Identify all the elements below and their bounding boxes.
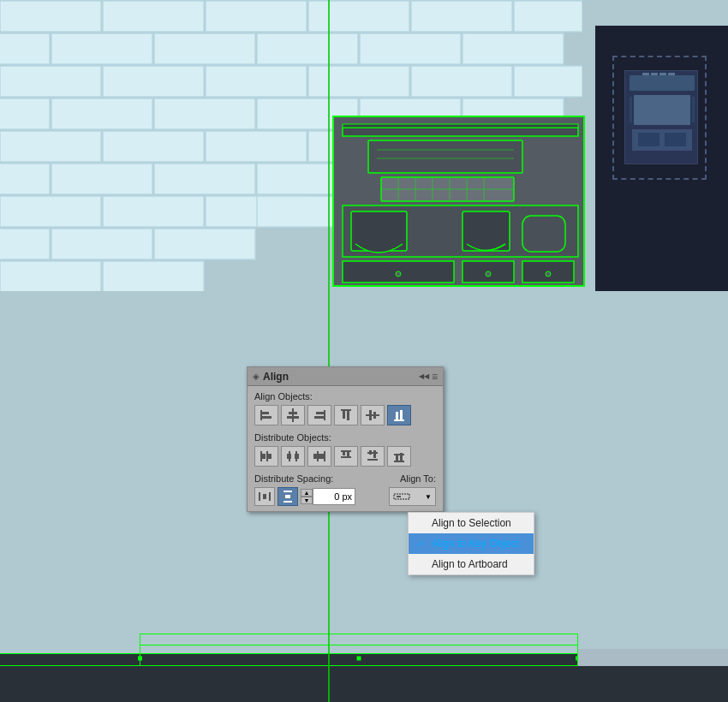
svg-rect-121	[283, 491, 292, 492]
svg-rect-7	[0, 33, 50, 64]
dist-bottom-button[interactable]	[387, 446, 411, 467]
align-objects-row	[254, 405, 436, 425]
svg-rect-41	[103, 261, 204, 291]
svg-rect-15	[206, 66, 307, 97]
align-key-object-label: Align to Key Object	[432, 538, 519, 550]
align-to-dropdown-trigger[interactable]: ▼	[389, 487, 436, 506]
svg-rect-43	[634, 95, 690, 125]
svg-rect-54	[343, 124, 578, 128]
panel-collapse-btn[interactable]: ◀◀	[419, 372, 429, 380]
dist-spacing-v-button[interactable]	[277, 487, 298, 506]
align-to-label: Align To:	[389, 473, 436, 484]
svg-rect-78	[262, 416, 272, 419]
dist-left-button[interactable]	[254, 446, 278, 467]
svg-rect-76	[260, 410, 262, 420]
svg-rect-49	[642, 73, 649, 75]
svg-rect-113	[373, 450, 376, 458]
svg-rect-108	[343, 452, 345, 455]
svg-rect-53	[343, 128, 578, 136]
align-top-button[interactable]	[334, 405, 358, 425]
align-to-group: Align To: ▼	[389, 473, 436, 506]
spacing-value-input[interactable]: 0 px	[313, 488, 355, 505]
dist-right-button[interactable]	[307, 446, 331, 467]
svg-rect-55	[368, 140, 522, 173]
svg-rect-47	[638, 133, 659, 146]
align-key-object-check: ✓	[417, 538, 427, 550]
panel-title-group: ◈ Align	[253, 371, 289, 383]
dist-spacing-h-button[interactable]	[254, 487, 275, 506]
svg-rect-77	[262, 412, 269, 414]
svg-rect-69	[522, 216, 565, 252]
align-right-button[interactable]	[307, 405, 331, 425]
svg-rect-103	[324, 451, 325, 461]
align-left-button[interactable]	[254, 405, 278, 425]
dropdown-arrow: ▼	[425, 493, 432, 501]
panel-menu-btn[interactable]: ≡	[432, 371, 438, 383]
svg-rect-33	[0, 196, 101, 227]
align-artboard-item[interactable]: Align to Artboard	[409, 554, 534, 574]
svg-rect-111	[367, 459, 378, 461]
dist-center-h-button[interactable]	[281, 446, 305, 467]
svg-rect-40	[0, 261, 101, 291]
dist-center-v-button[interactable]	[361, 446, 385, 467]
svg-rect-27	[206, 131, 307, 162]
spinner-up[interactable]: ▲	[301, 489, 313, 497]
svg-rect-14	[103, 66, 204, 97]
svg-rect-109	[347, 452, 349, 458]
spinner-down[interactable]: ▼	[301, 497, 313, 504]
align-center-h-button[interactable]	[281, 405, 305, 425]
align-key-object-item[interactable]: ✓ Align to Key Object	[409, 533, 534, 554]
guide-line-vertical	[328, 0, 330, 702]
right-side-panel	[595, 26, 728, 291]
right-appliance-outline	[612, 56, 707, 180]
svg-rect-82	[324, 410, 325, 420]
align-selection-check	[417, 518, 427, 528]
bottom-strip	[0, 666, 728, 702]
align-objects-label: Align Objects:	[254, 391, 436, 402]
svg-rect-13	[0, 66, 101, 97]
svg-rect-25	[0, 131, 101, 162]
align-selection-item[interactable]: Align to Selection	[409, 513, 534, 533]
svg-rect-5	[411, 1, 512, 32]
svg-rect-105	[319, 454, 324, 459]
svg-rect-96	[262, 454, 266, 459]
svg-rect-34	[103, 196, 204, 227]
align-panel-icon: ◈	[253, 372, 260, 381]
svg-rect-19	[0, 98, 50, 129]
svg-rect-38	[51, 229, 152, 259]
svg-rect-20	[51, 98, 152, 129]
align-bottom-button[interactable]	[387, 405, 411, 425]
svg-rect-110	[367, 452, 378, 454]
main-appliance	[332, 116, 585, 287]
svg-rect-3	[206, 1, 307, 32]
align-center-v-button[interactable]	[361, 405, 385, 425]
svg-rect-37	[0, 229, 50, 259]
right-appliance-display	[624, 70, 698, 164]
svg-rect-86	[343, 411, 345, 419]
svg-rect-122	[283, 501, 292, 503]
distribute-spacing-section: Distribute Spacing: ▲ ▼	[254, 473, 436, 506]
panel-controls: ◀◀ ≡	[419, 371, 438, 383]
svg-rect-114	[394, 454, 404, 455]
svg-rect-92	[396, 412, 398, 419]
spacing-input-group: ▲ ▼ 0 px	[301, 488, 355, 505]
svg-rect-52	[668, 73, 675, 75]
svg-rect-101	[295, 454, 299, 459]
svg-rect-104	[313, 454, 317, 459]
svg-rect-100	[287, 454, 291, 459]
svg-rect-90	[373, 412, 376, 419]
svg-rect-87	[347, 411, 349, 420]
svg-rect-95	[266, 451, 268, 461]
svg-rect-125	[397, 496, 401, 497]
dist-top-button[interactable]	[334, 446, 358, 467]
align-artboard-label: Align to Artboard	[432, 558, 508, 570]
svg-rect-83	[316, 412, 324, 414]
svg-rect-2	[103, 1, 204, 32]
svg-rect-88	[366, 414, 379, 416]
svg-rect-118	[259, 492, 260, 501]
svg-rect-31	[154, 164, 255, 194]
svg-rect-21	[154, 98, 255, 129]
svg-rect-10	[257, 33, 358, 64]
svg-point-73	[396, 271, 401, 277]
align-to-icon	[393, 490, 410, 503]
